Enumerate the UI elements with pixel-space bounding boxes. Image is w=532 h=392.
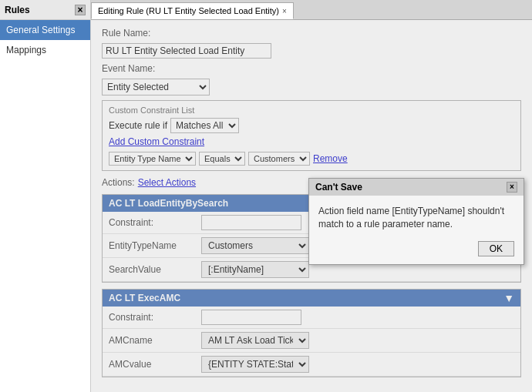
dialog-titlebar: Can't Save × [309, 179, 524, 196]
cant-save-dialog: Can't Save × Action field name [EntityTy… [308, 178, 524, 266]
sidebar-item-label: Mappings [6, 45, 46, 55]
content-area: Rule Name: Event Name: Entity Selected C… [91, 20, 532, 392]
sidebar-header: Rules × [0, 0, 90, 20]
tab-label: Editing Rule (RU LT Entity Selected Load… [98, 6, 279, 15]
dialog-ok-button[interactable]: OK [478, 241, 514, 256]
sidebar-title: Rules [5, 5, 30, 15]
dialog-message: Action field name [EntityTypeName] shoul… [318, 206, 504, 230]
sidebar: Rules × General Settings Mappings [0, 0, 91, 392]
tab-close-icon[interactable]: × [282, 7, 287, 15]
dialog-footer: OK [309, 236, 524, 264]
sidebar-close-button[interactable]: × [75, 5, 86, 15]
editing-rule-tab[interactable]: Editing Rule (RU LT Entity Selected Load… [91, 2, 294, 19]
main-panel: Editing Rule (RU LT Entity Selected Load… [91, 0, 532, 392]
dialog-overlay: Can't Save × Action field name [EntityTy… [91, 20, 532, 392]
dialog-title: Can't Save [315, 182, 362, 193]
dialog-close-icon: × [510, 183, 514, 191]
sidebar-item-label: General Settings [6, 25, 75, 35]
tab-bar: Editing Rule (RU LT Entity Selected Load… [91, 0, 532, 20]
dialog-close-button[interactable]: × [507, 182, 517, 193]
sidebar-item-general-settings[interactable]: General Settings [0, 20, 90, 40]
sidebar-item-mappings[interactable]: Mappings [0, 40, 90, 60]
dialog-body: Action field name [EntityTypeName] shoul… [309, 196, 524, 237]
